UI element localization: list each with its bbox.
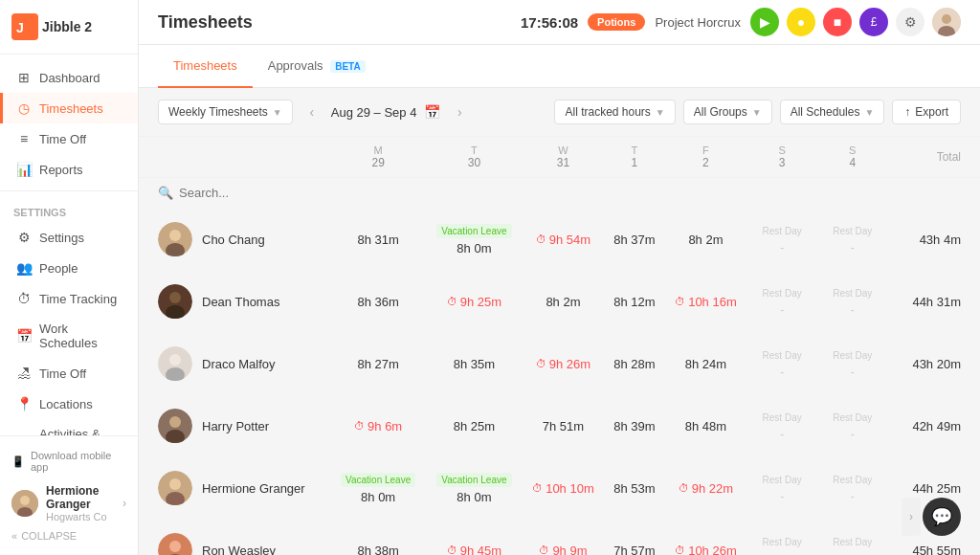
hours-filter-dropdown[interactable]: All tracked hours ▼ bbox=[554, 100, 675, 124]
time-cell[interactable]: ⏱ 10h 10m bbox=[523, 457, 605, 520]
time-cell[interactable]: ⏱ 9h 25m bbox=[426, 271, 522, 333]
sun-column-header: S 4 bbox=[817, 137, 888, 178]
project-badge[interactable]: Potions bbox=[588, 13, 645, 31]
time-cell[interactable]: ⏱ 10h 16m bbox=[665, 271, 747, 333]
time-cell[interactable]: Vacation Leave 8h 0m bbox=[330, 457, 426, 520]
schedules-filter-dropdown[interactable]: All Schedules ▼ bbox=[780, 100, 885, 124]
time-cell[interactable]: ⏱ 9h 6m bbox=[330, 395, 426, 457]
time-value: 8h 2m bbox=[546, 295, 580, 309]
sidebar-item-dashboard[interactable]: ⊞ Dashboard bbox=[0, 62, 138, 93]
sidebar-item-timesheets[interactable]: ◷ Timesheets bbox=[0, 93, 138, 123]
time-cell[interactable]: 8h 25m bbox=[426, 395, 522, 457]
user-info[interactable]: Hermione Granger Hogwarts Co › bbox=[11, 477, 126, 526]
sidebar-item-people[interactable]: 👥 People bbox=[0, 253, 138, 283]
settings-header-button[interactable]: ⚙ bbox=[896, 8, 924, 36]
overtime-icon: ⏱ bbox=[354, 420, 365, 432]
time-cell[interactable]: ⏱ 9h 54m bbox=[523, 209, 605, 271]
day-letter-sun: S bbox=[849, 144, 856, 156]
sidebar-nav: ⊞ Dashboard ◷ Timesheets ≡ Time Off 📊 Re… bbox=[0, 55, 138, 435]
time-cell: Rest Day - bbox=[746, 395, 817, 457]
time-cell[interactable]: Vacation Leave 8h 0m bbox=[426, 457, 522, 520]
groups-filter-dropdown[interactable]: All Groups ▼ bbox=[683, 100, 772, 124]
time-cell[interactable]: 8h 27m bbox=[330, 333, 426, 395]
export-icon: ↑ bbox=[904, 105, 910, 119]
time-cell[interactable]: 8h 2m bbox=[523, 271, 605, 333]
table-row[interactable]: Harry Potter ⏱ 9h 6m 8h 25m 7h 51m 8h 39… bbox=[139, 395, 980, 457]
prev-week-button[interactable]: ‹ bbox=[301, 100, 323, 123]
time-cell[interactable]: ⏱ 10h 26m bbox=[665, 520, 747, 555]
user-avatar-header[interactable] bbox=[932, 8, 961, 36]
status-yellow-button[interactable]: ● bbox=[787, 8, 815, 36]
time-cell[interactable]: Vacation Leave 8h 0m bbox=[426, 209, 522, 271]
time-cell[interactable]: 8h 36m bbox=[330, 271, 426, 333]
download-app-label: Download mobile app bbox=[31, 450, 126, 473]
vacation-badge: Vacation Leave bbox=[341, 473, 415, 487]
sidebar-item-time-tracking[interactable]: ⏱ Time Tracking bbox=[0, 283, 138, 314]
time-cell: Rest Day - bbox=[817, 520, 888, 555]
time-cell: Rest Day - bbox=[746, 520, 817, 555]
time-cell[interactable]: 8h 39m bbox=[604, 395, 664, 457]
tab-timesheets[interactable]: Timesheets bbox=[158, 45, 253, 88]
time-cell[interactable]: 8h 24m bbox=[665, 333, 747, 395]
overtime-icon: ⏱ bbox=[675, 296, 685, 307]
time-cell[interactable]: ⏱ 9h 22m bbox=[665, 457, 747, 520]
sidebar-item-locations[interactable]: 📍 Locations bbox=[0, 388, 138, 419]
time-value: 9h 45m bbox=[460, 544, 501, 555]
next-week-button[interactable]: › bbox=[448, 100, 471, 123]
day-num-tue: 30 bbox=[468, 156, 480, 169]
time-cell[interactable]: 8h 38m bbox=[330, 520, 426, 555]
export-button[interactable]: ↑ Export bbox=[892, 100, 961, 124]
search-input[interactable] bbox=[179, 186, 370, 200]
status-purple-button[interactable]: £ bbox=[859, 8, 888, 36]
time-cell[interactable]: ⏱ 9h 26m bbox=[523, 333, 605, 395]
time-cell[interactable]: 7h 57m bbox=[604, 520, 664, 555]
overtime-icon: ⏱ bbox=[536, 233, 546, 245]
chevron-down-icon: ▼ bbox=[752, 107, 762, 118]
time-off-settings-icon: 🏖 bbox=[16, 366, 32, 381]
tab-approvals[interactable]: Approvals BETA bbox=[253, 45, 381, 88]
period-dropdown[interactable]: Weekly Timesheets ▼ bbox=[158, 100, 293, 124]
user-avatar-image bbox=[11, 490, 38, 517]
status-green-button[interactable]: ▶ bbox=[750, 8, 779, 36]
table-row[interactable]: Cho Chang 8h 31m Vacation Leave 8h 0m ⏱ … bbox=[139, 209, 980, 271]
time-cell[interactable]: 8h 35m bbox=[426, 333, 522, 395]
time-cell: Rest Day - bbox=[746, 209, 817, 271]
dash: - bbox=[780, 428, 784, 441]
table-row[interactable]: Hermione Granger Vacation Leave 8h 0m Va… bbox=[139, 457, 980, 520]
chat-button[interactable]: 💬 bbox=[923, 498, 961, 536]
project-name[interactable]: Project Horcrux bbox=[655, 15, 741, 30]
collapse-button[interactable]: « COLLAPSE bbox=[11, 526, 126, 545]
time-cell[interactable]: 7h 51m bbox=[523, 395, 605, 457]
time-cell[interactable]: 8h 37m bbox=[604, 209, 664, 271]
sidebar-item-time-off-settings[interactable]: 🏖 Time Off bbox=[0, 358, 138, 388]
beta-badge: BETA bbox=[330, 60, 365, 73]
calendar-icon[interactable]: 📅 bbox=[424, 104, 440, 120]
person-cell: Ron Weasley bbox=[139, 520, 330, 555]
time-cell[interactable]: 8h 31m bbox=[330, 209, 426, 271]
person-cell: Hermione Granger bbox=[139, 457, 330, 520]
sidebar-item-work-schedules[interactable]: 📅 Work Schedules bbox=[0, 314, 138, 358]
sidebar-item-time-off[interactable]: ≡ Time Off bbox=[0, 123, 138, 154]
time-cell[interactable]: 8h 28m bbox=[604, 333, 664, 395]
table-row[interactable]: Ron Weasley 8h 38m ⏱ 9h 45m ⏱ 9h 9m 7h 5… bbox=[139, 520, 980, 555]
person-name: Harry Potter bbox=[202, 419, 269, 433]
rest-day-badge: Rest Day bbox=[827, 411, 878, 425]
svg-point-12 bbox=[169, 292, 181, 303]
dash: - bbox=[851, 241, 855, 255]
download-app-button[interactable]: 📱 Download mobile app bbox=[11, 446, 126, 477]
time-cell[interactable]: 8h 53m bbox=[604, 457, 664, 520]
day-num-sat: 3 bbox=[779, 156, 786, 169]
status-red-button[interactable]: ■ bbox=[823, 8, 852, 36]
sidebar-item-settings[interactable]: ⚙ Settings bbox=[0, 222, 138, 253]
time-cell[interactable]: ⏱ 9h 9m bbox=[523, 520, 605, 555]
table-row[interactable]: Dean Thomas 8h 36m ⏱ 9h 25m 8h 2m 8h 12m… bbox=[139, 271, 980, 333]
time-cell[interactable]: ⏱ 9h 45m bbox=[426, 520, 522, 555]
time-cell[interactable]: 8h 12m bbox=[604, 271, 664, 333]
time-cell[interactable]: 8h 48m bbox=[665, 395, 747, 457]
chat-expand-button[interactable]: › bbox=[902, 498, 921, 536]
sidebar-item-activities-projects[interactable]: 📁 Activities & Projects bbox=[0, 419, 138, 435]
sidebar-item-reports[interactable]: 📊 Reports bbox=[0, 154, 138, 185]
time-cell[interactable]: 8h 2m bbox=[665, 209, 747, 271]
table-row[interactable]: Draco Malfoy 8h 27m 8h 35m ⏱ 9h 26m 8h 2… bbox=[139, 333, 980, 395]
time-cell: Rest Day - bbox=[746, 271, 817, 333]
